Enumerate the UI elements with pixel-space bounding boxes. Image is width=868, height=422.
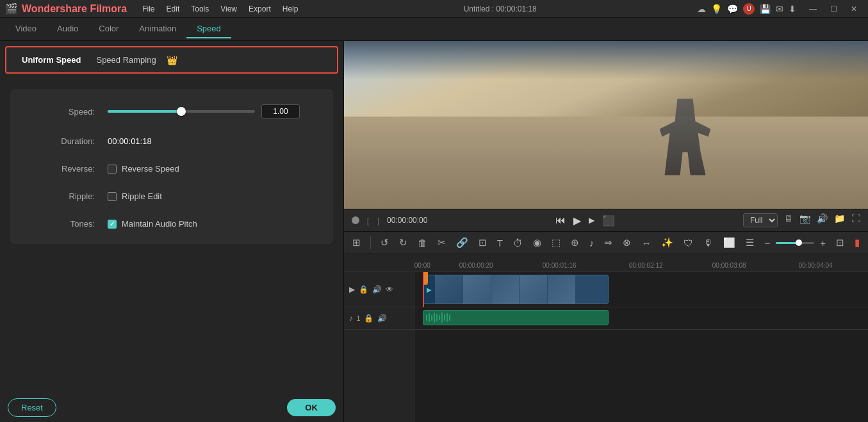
save-icon[interactable]: 💾 bbox=[760, 4, 771, 14]
preview-timecode: 00:00:00:00 bbox=[387, 216, 427, 225]
content-area: Speed: Duration: 00:00:01:18 bbox=[0, 79, 343, 393]
clip-thumb-2 bbox=[463, 275, 491, 304]
audio-clip[interactable] bbox=[423, 310, 609, 325]
tab-video[interactable]: Video bbox=[5, 20, 47, 38]
step-back-button[interactable]: ⏮ bbox=[555, 215, 566, 226]
speed-slider-thumb[interactable] bbox=[177, 107, 186, 116]
tab-speed[interactable]: Speed bbox=[186, 20, 231, 38]
quality-select[interactable]: Full 1/2 1/4 bbox=[743, 213, 778, 227]
tool-link[interactable]: 🔗 bbox=[453, 235, 471, 250]
tool-text[interactable]: T bbox=[494, 236, 506, 250]
tool-transform[interactable]: ⊡ bbox=[475, 235, 490, 250]
tick-2: 00:00:01:16 bbox=[543, 262, 577, 269]
ripple-checkbox-row: Ripple Edit bbox=[108, 191, 162, 201]
cloud-icon[interactable]: ☁ bbox=[697, 4, 706, 14]
tool-shield[interactable]: 🛡 bbox=[680, 236, 696, 250]
audio-track-volume-icon[interactable]: 🔊 bbox=[377, 314, 387, 323]
ripple-row: Ripple: Ripple Edit bbox=[31, 191, 313, 201]
tool-fit[interactable]: ⊡ bbox=[833, 235, 848, 250]
tool-redo[interactable]: ↻ bbox=[396, 235, 411, 250]
screen-icon[interactable]: 🖥 bbox=[784, 213, 793, 227]
save-frame-icon[interactable]: 📁 bbox=[834, 213, 845, 227]
audio-track bbox=[414, 307, 868, 330]
right-panel: [ ] 00:00:00:00 ⏮ ▶ ▶ ⬛ Full 1/2 1/4 🖥 📷… bbox=[344, 41, 868, 422]
tool-undo[interactable]: ↺ bbox=[377, 235, 392, 250]
tool-magic[interactable]: ✨ bbox=[658, 235, 676, 250]
zoom-plus-icon[interactable]: + bbox=[817, 236, 829, 250]
maximize-button[interactable]: ☐ bbox=[824, 3, 842, 15]
video-track: ▶ bbox=[414, 272, 868, 307]
tool-stabilize[interactable]: ⊗ bbox=[619, 235, 634, 250]
zoom-slider-thumb[interactable] bbox=[796, 239, 802, 246]
video-track-play-icon[interactable]: ▶ bbox=[349, 285, 355, 294]
speed-slider-track[interactable] bbox=[108, 110, 255, 113]
minimize-button[interactable]: — bbox=[804, 3, 822, 15]
tool-mic[interactable]: 🎙 bbox=[700, 236, 716, 250]
app-name: Wondershare Filmora bbox=[22, 3, 127, 15]
volume-icon[interactable]: 🔊 bbox=[817, 213, 828, 227]
app-icon: 🎬 bbox=[5, 3, 18, 15]
play-button[interactable]: ▶ bbox=[573, 215, 581, 227]
uniform-speed-tab[interactable]: Uniform Speed bbox=[14, 53, 88, 67]
video-track-hide-icon[interactable]: 👁 bbox=[386, 285, 393, 294]
video-track-volume-icon[interactable]: 🔊 bbox=[372, 285, 382, 294]
avatar-icon[interactable]: U bbox=[743, 3, 755, 15]
playhead-line bbox=[423, 272, 424, 307]
menu-edit[interactable]: Edit bbox=[161, 3, 185, 15]
speed-label: Speed: bbox=[31, 107, 95, 117]
reverse-checkbox[interactable] bbox=[108, 165, 117, 174]
tool-speed[interactable]: ⇒ bbox=[601, 235, 616, 250]
tones-checkbox-label: Maintain Audio Pitch bbox=[122, 219, 197, 229]
chat-icon[interactable]: 💬 bbox=[727, 4, 738, 14]
tool-red-marker[interactable]: ▮ bbox=[851, 235, 863, 250]
tones-checkbox-row: Maintain Audio Pitch bbox=[108, 219, 197, 229]
playhead[interactable] bbox=[423, 272, 424, 307]
tab-animation[interactable]: Animation bbox=[129, 20, 186, 38]
step-forward-button[interactable]: ▶ bbox=[589, 216, 594, 225]
tones-checkbox[interactable] bbox=[108, 220, 117, 229]
ok-button[interactable]: OK bbox=[287, 399, 336, 416]
tool-delete[interactable]: 🗑 bbox=[414, 236, 430, 250]
window-title: Untitled : 00:00:01:18 bbox=[303, 4, 697, 13]
tab-color[interactable]: Color bbox=[88, 20, 129, 38]
tick-1: 00:00:00:20 bbox=[459, 262, 493, 269]
zoom-slider[interactable] bbox=[776, 242, 814, 244]
mail-icon[interactable]: ✉ bbox=[776, 4, 783, 14]
video-track-lock-icon[interactable]: 🔒 bbox=[359, 285, 368, 294]
tool-effects[interactable]: ◉ bbox=[530, 235, 545, 250]
tool-audio[interactable]: ♪ bbox=[586, 236, 598, 250]
reset-button[interactable]: Reset bbox=[8, 398, 56, 417]
bulb-icon[interactable]: 💡 bbox=[711, 4, 722, 14]
zoom-minus-icon[interactable]: − bbox=[761, 236, 773, 250]
stop-button[interactable]: ⬛ bbox=[602, 215, 615, 227]
tool-motion[interactable]: ⬚ bbox=[548, 235, 564, 250]
menu-help[interactable]: Help bbox=[277, 3, 304, 15]
video-clip[interactable]: ▶ bbox=[423, 275, 609, 304]
tool-panel[interactable]: ☰ bbox=[742, 235, 757, 250]
audio-waveform bbox=[423, 311, 608, 325]
tool-360[interactable]: ↔ bbox=[638, 236, 654, 250]
download-icon[interactable]: ⬇ bbox=[789, 4, 796, 14]
close-button[interactable]: ✕ bbox=[845, 3, 863, 15]
menu-file[interactable]: File bbox=[137, 3, 160, 15]
tool-grid[interactable]: ⊞ bbox=[349, 235, 364, 250]
tool-crop[interactable]: ⊕ bbox=[568, 235, 582, 250]
speed-row: Speed: bbox=[31, 104, 313, 118]
audio-track-lock-icon[interactable]: 🔒 bbox=[364, 314, 373, 323]
tool-cut[interactable]: ✂ bbox=[434, 235, 449, 250]
tool-time[interactable]: ⏱ bbox=[510, 236, 526, 250]
clip-thumb-4 bbox=[520, 275, 548, 304]
camera-icon[interactable]: 📷 bbox=[799, 213, 810, 227]
speed-value-input[interactable] bbox=[261, 104, 300, 118]
menu-export[interactable]: Export bbox=[243, 3, 276, 15]
ripple-checkbox[interactable] bbox=[108, 192, 117, 201]
menu-view[interactable]: View bbox=[215, 3, 242, 15]
timeline: 00:00 00:00:00:20 00:00:01:16 00:00:02:1… bbox=[344, 254, 868, 422]
menu-tools[interactable]: Tools bbox=[186, 3, 214, 15]
speed-ramping-tab[interactable]: Speed Ramping bbox=[88, 53, 163, 67]
tool-caption[interactable]: ⬜ bbox=[720, 235, 739, 250]
fullscreen-icon[interactable]: ⛶ bbox=[851, 213, 860, 227]
timeline-content: ▶ 🔒 🔊 👁 ♪ 1 🔒 🔊 bbox=[344, 272, 868, 422]
audio-track-note-icon[interactable]: ♪ bbox=[349, 314, 353, 323]
tab-audio[interactable]: Audio bbox=[47, 20, 88, 38]
